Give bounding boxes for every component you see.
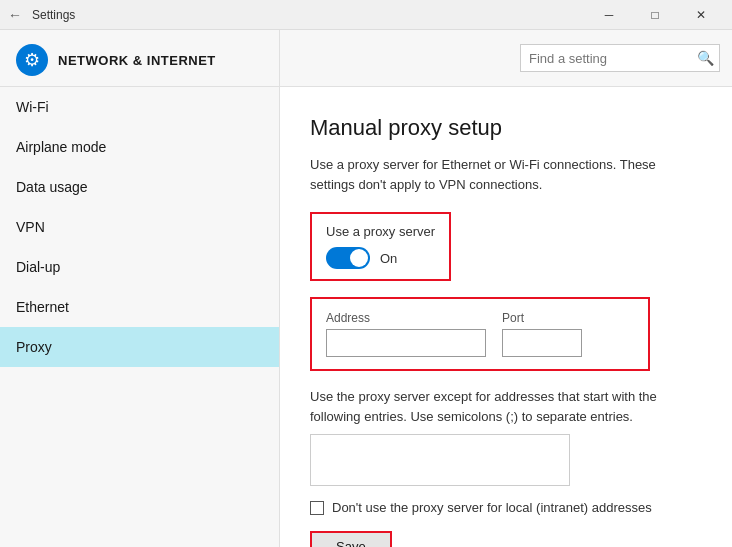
proxy-toggle[interactable] xyxy=(326,247,370,269)
window-controls: ─ □ ✕ xyxy=(586,0,724,30)
search-icon: 🔍 xyxy=(697,50,714,66)
local-checkbox[interactable] xyxy=(310,501,324,515)
main-panel: Manual proxy setup Use a proxy server fo… xyxy=(280,87,732,547)
minimize-button[interactable]: ─ xyxy=(586,0,632,30)
toggle-state-label: On xyxy=(380,251,397,266)
local-checkbox-label: Don't use the proxy server for local (in… xyxy=(332,500,652,515)
page-title: Manual proxy setup xyxy=(310,115,702,141)
top-area: ⚙ NETWORK & INTERNET 🔍 xyxy=(0,30,732,87)
local-checkbox-row: Don't use the proxy server for local (in… xyxy=(310,500,702,515)
toggle-row: On xyxy=(326,247,435,269)
port-input[interactable] xyxy=(502,329,582,357)
save-button-wrapper: Save xyxy=(310,531,392,547)
sidebar-item-vpn[interactable]: VPN xyxy=(0,207,279,247)
port-label: Port xyxy=(502,311,582,325)
close-button[interactable]: ✕ xyxy=(678,0,724,30)
proxy-toggle-section: Use a proxy server On xyxy=(310,212,451,281)
maximize-button[interactable]: □ xyxy=(632,0,678,30)
address-input[interactable] xyxy=(326,329,486,357)
address-group: Address xyxy=(326,311,486,357)
app-body: Wi-Fi Airplane mode Data usage VPN Dial-… xyxy=(0,87,732,547)
sidebar-header: ⚙ NETWORK & INTERNET xyxy=(0,30,280,87)
sidebar-item-proxy[interactable]: Proxy xyxy=(0,327,279,367)
search-input[interactable] xyxy=(520,44,720,72)
use-proxy-label: Use a proxy server xyxy=(326,224,435,239)
exceptions-description: Use the proxy server except for addresse… xyxy=(310,387,690,426)
sidebar-nav: Wi-Fi Airplane mode Data usage VPN Dial-… xyxy=(0,87,280,547)
sidebar-item-ethernet[interactable]: Ethernet xyxy=(0,287,279,327)
address-port-section: Address Port xyxy=(310,297,650,371)
sidebar-item-data-usage[interactable]: Data usage xyxy=(0,167,279,207)
port-group: Port xyxy=(502,311,582,357)
back-button[interactable]: ← xyxy=(8,7,22,23)
search-area: 🔍 xyxy=(280,30,732,87)
fields-row: Address Port xyxy=(326,311,634,357)
window-title: Settings xyxy=(32,8,586,22)
titlebar: ← Settings ─ □ ✕ xyxy=(0,0,732,30)
gear-icon: ⚙ xyxy=(16,44,48,76)
save-button[interactable]: Save xyxy=(312,533,390,547)
search-wrapper: 🔍 xyxy=(520,44,720,72)
address-label: Address xyxy=(326,311,486,325)
page-description: Use a proxy server for Ethernet or Wi-Fi… xyxy=(310,155,700,194)
sidebar-item-airplane[interactable]: Airplane mode xyxy=(0,127,279,167)
app-title: NETWORK & INTERNET xyxy=(58,53,216,68)
sidebar-item-dial-up[interactable]: Dial-up xyxy=(0,247,279,287)
exceptions-textarea[interactable] xyxy=(310,434,570,486)
sidebar-item-wifi[interactable]: Wi-Fi xyxy=(0,87,279,127)
toggle-knob xyxy=(350,249,368,267)
